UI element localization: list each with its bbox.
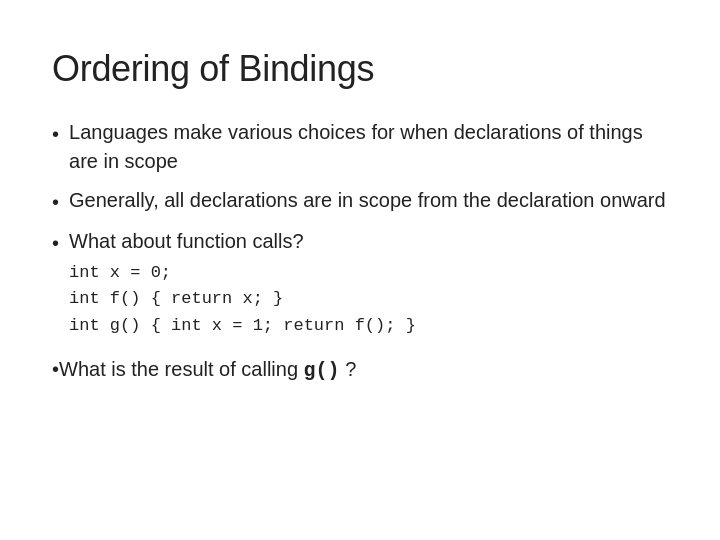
bullet-dot-2: • [52, 188, 59, 217]
bullet-bold-mono-4: g() [304, 359, 340, 382]
code-line-1: int x = 0; [69, 260, 668, 286]
bullet-intro-3: What about function calls? [69, 230, 304, 252]
code-line-2: int f() { return x; } [69, 286, 668, 312]
bullet-text-4: What is the result of calling g() ? [59, 355, 356, 385]
code-block: int x = 0; int f() { return x; } int g()… [69, 260, 668, 339]
bullet-item-3: • What about function calls? int x = 0; … [52, 227, 668, 345]
bullet-text-before-4: What is the result of calling [59, 358, 304, 380]
code-line-3: int g() { int x = 1; return f(); } [69, 313, 668, 339]
slide: Ordering of Bindings • Languages make va… [0, 0, 720, 540]
bullet-list: • Languages make various choices for whe… [52, 118, 668, 385]
slide-title: Ordering of Bindings [52, 48, 668, 90]
bullet-text-3: What about function calls? int x = 0; in… [69, 227, 668, 345]
bullet-item-1: • Languages make various choices for whe… [52, 118, 668, 176]
bullet-dot-4: • [52, 355, 59, 384]
bullet-text-2: Generally, all declarations are in scope… [69, 186, 668, 215]
bullet-text-1: Languages make various choices for when … [69, 118, 668, 176]
bullet-item-2: • Generally, all declarations are in sco… [52, 186, 668, 217]
bullet-dot-1: • [52, 120, 59, 149]
bullet-item-4: • What is the result of calling g() ? [52, 355, 668, 385]
bullet-text-after-4: ? [340, 358, 357, 380]
bullet-dot-3: • [52, 229, 59, 258]
